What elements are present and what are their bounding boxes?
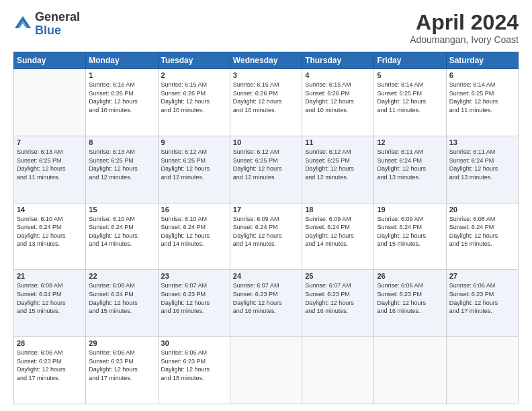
calendar-cell: 1Sunrise: 6:16 AM Sunset: 6:26 PM Daylig… bbox=[86, 69, 158, 136]
logo-text: General Blue bbox=[35, 11, 80, 38]
calendar-cell: 22Sunrise: 6:08 AM Sunset: 6:24 PM Dayli… bbox=[86, 270, 158, 337]
calendar-cell: 6Sunrise: 6:14 AM Sunset: 6:25 PM Daylig… bbox=[446, 69, 518, 136]
day-info: Sunrise: 6:07 AM Sunset: 6:23 PM Dayligh… bbox=[161, 281, 227, 315]
page-subtitle: Adoumangan, Ivory Coast bbox=[410, 34, 519, 45]
calendar-cell: 11Sunrise: 6:12 AM Sunset: 6:25 PM Dayli… bbox=[302, 136, 374, 203]
calendar-cell: 28Sunrise: 6:06 AM Sunset: 6:23 PM Dayli… bbox=[14, 337, 86, 404]
calendar-cell: 18Sunrise: 6:09 AM Sunset: 6:24 PM Dayli… bbox=[302, 203, 374, 270]
header-day-saturday: Saturday bbox=[446, 52, 518, 69]
day-info: Sunrise: 6:12 AM Sunset: 6:25 PM Dayligh… bbox=[233, 148, 299, 181]
day-info: Sunrise: 6:06 AM Sunset: 6:23 PM Dayligh… bbox=[89, 349, 154, 382]
day-info: Sunrise: 6:15 AM Sunset: 6:26 PM Dayligh… bbox=[305, 81, 371, 114]
day-info: Sunrise: 6:16 AM Sunset: 6:26 PM Dayligh… bbox=[89, 81, 154, 114]
day-number: 17 bbox=[233, 205, 299, 214]
day-number: 25 bbox=[305, 272, 371, 280]
day-info: Sunrise: 6:06 AM Sunset: 6:23 PM Dayligh… bbox=[17, 349, 83, 382]
calendar-cell: 29Sunrise: 6:06 AM Sunset: 6:23 PM Dayli… bbox=[86, 337, 158, 404]
day-info: Sunrise: 6:11 AM Sunset: 6:24 PM Dayligh… bbox=[449, 148, 515, 181]
day-info: Sunrise: 6:14 AM Sunset: 6:25 PM Dayligh… bbox=[377, 81, 443, 114]
calendar-cell bbox=[14, 69, 86, 136]
day-info: Sunrise: 6:06 AM Sunset: 6:23 PM Dayligh… bbox=[377, 281, 443, 315]
calendar-cell: 12Sunrise: 6:11 AM Sunset: 6:24 PM Dayli… bbox=[374, 136, 446, 203]
day-info: Sunrise: 6:05 AM Sunset: 6:23 PM Dayligh… bbox=[161, 349, 227, 382]
logo-general: General bbox=[35, 10, 80, 24]
header-day-tuesday: Tuesday bbox=[158, 52, 230, 69]
day-info: Sunrise: 6:07 AM Sunset: 6:23 PM Dayligh… bbox=[233, 281, 299, 315]
header-day-thursday: Thursday bbox=[302, 52, 374, 69]
day-info: Sunrise: 6:11 AM Sunset: 6:24 PM Dayligh… bbox=[377, 148, 443, 181]
day-info: Sunrise: 6:12 AM Sunset: 6:25 PM Dayligh… bbox=[161, 148, 227, 181]
day-number: 27 bbox=[449, 272, 515, 280]
day-number: 18 bbox=[305, 205, 371, 214]
calendar-cell: 30Sunrise: 6:05 AM Sunset: 6:23 PM Dayli… bbox=[158, 337, 230, 404]
day-number: 5 bbox=[377, 71, 443, 79]
day-number: 28 bbox=[17, 339, 83, 347]
calendar-cell: 4Sunrise: 6:15 AM Sunset: 6:26 PM Daylig… bbox=[302, 69, 374, 136]
day-info: Sunrise: 6:15 AM Sunset: 6:26 PM Dayligh… bbox=[161, 81, 227, 114]
day-number: 26 bbox=[377, 272, 443, 280]
day-info: Sunrise: 6:10 AM Sunset: 6:24 PM Dayligh… bbox=[161, 215, 227, 248]
calendar-cell: 3Sunrise: 6:15 AM Sunset: 6:26 PM Daylig… bbox=[230, 69, 302, 136]
calendar-cell: 15Sunrise: 6:10 AM Sunset: 6:24 PM Dayli… bbox=[86, 203, 158, 270]
day-info: Sunrise: 6:09 AM Sunset: 6:24 PM Dayligh… bbox=[377, 215, 443, 248]
day-number: 19 bbox=[377, 205, 443, 214]
calendar-cell: 21Sunrise: 6:08 AM Sunset: 6:24 PM Dayli… bbox=[14, 270, 86, 337]
calendar-cell: 13Sunrise: 6:11 AM Sunset: 6:24 PM Dayli… bbox=[446, 136, 518, 203]
day-number: 29 bbox=[89, 339, 154, 347]
calendar-week-row: 1Sunrise: 6:16 AM Sunset: 6:26 PM Daylig… bbox=[14, 69, 519, 136]
day-number: 14 bbox=[17, 205, 83, 214]
day-number: 10 bbox=[233, 138, 299, 146]
calendar-cell: 5Sunrise: 6:14 AM Sunset: 6:25 PM Daylig… bbox=[374, 69, 446, 136]
day-info: Sunrise: 6:08 AM Sunset: 6:24 PM Dayligh… bbox=[449, 215, 515, 248]
day-number: 22 bbox=[89, 272, 154, 280]
calendar-cell bbox=[302, 337, 374, 404]
day-number: 4 bbox=[305, 71, 371, 79]
calendar-cell: 14Sunrise: 6:10 AM Sunset: 6:24 PM Dayli… bbox=[14, 203, 86, 270]
calendar-cell bbox=[230, 337, 302, 404]
day-number: 8 bbox=[89, 138, 154, 146]
logo-icon bbox=[13, 15, 32, 34]
day-info: Sunrise: 6:14 AM Sunset: 6:25 PM Dayligh… bbox=[449, 81, 515, 114]
header-day-friday: Friday bbox=[374, 52, 446, 69]
day-info: Sunrise: 6:10 AM Sunset: 6:24 PM Dayligh… bbox=[89, 215, 154, 248]
calendar-cell: 27Sunrise: 6:06 AM Sunset: 6:23 PM Dayli… bbox=[446, 270, 518, 337]
day-number: 12 bbox=[377, 138, 443, 146]
calendar-week-row: 14Sunrise: 6:10 AM Sunset: 6:24 PM Dayli… bbox=[14, 203, 519, 270]
header-day-sunday: Sunday bbox=[14, 52, 86, 69]
day-info: Sunrise: 6:10 AM Sunset: 6:24 PM Dayligh… bbox=[17, 215, 83, 248]
day-info: Sunrise: 6:09 AM Sunset: 6:24 PM Dayligh… bbox=[233, 215, 299, 248]
day-info: Sunrise: 6:15 AM Sunset: 6:26 PM Dayligh… bbox=[233, 81, 299, 114]
day-number: 9 bbox=[161, 138, 227, 146]
day-info: Sunrise: 6:07 AM Sunset: 6:23 PM Dayligh… bbox=[305, 281, 371, 315]
header: General Blue April 2024 Adoumangan, Ivor… bbox=[13, 11, 519, 45]
day-number: 2 bbox=[161, 71, 227, 79]
day-number: 23 bbox=[161, 272, 227, 280]
day-number: 3 bbox=[233, 71, 299, 79]
calendar-cell bbox=[446, 337, 518, 404]
day-info: Sunrise: 6:09 AM Sunset: 6:24 PM Dayligh… bbox=[305, 215, 371, 248]
logo-blue: Blue bbox=[35, 24, 61, 37]
day-info: Sunrise: 6:06 AM Sunset: 6:23 PM Dayligh… bbox=[449, 281, 515, 315]
page-title: April 2024 bbox=[410, 11, 519, 34]
header-day-monday: Monday bbox=[86, 52, 158, 69]
title-block: April 2024 Adoumangan, Ivory Coast bbox=[410, 11, 519, 45]
day-number: 7 bbox=[17, 138, 83, 146]
day-info: Sunrise: 6:08 AM Sunset: 6:24 PM Dayligh… bbox=[89, 281, 154, 315]
day-number: 6 bbox=[449, 71, 515, 79]
day-number: 1 bbox=[89, 71, 154, 79]
calendar-cell: 7Sunrise: 6:13 AM Sunset: 6:25 PM Daylig… bbox=[14, 136, 86, 203]
day-info: Sunrise: 6:08 AM Sunset: 6:24 PM Dayligh… bbox=[17, 281, 83, 315]
calendar-cell: 9Sunrise: 6:12 AM Sunset: 6:25 PM Daylig… bbox=[158, 136, 230, 203]
calendar-week-row: 28Sunrise: 6:06 AM Sunset: 6:23 PM Dayli… bbox=[14, 337, 519, 404]
calendar-header-row: SundayMondayTuesdayWednesdayThursdayFrid… bbox=[14, 52, 519, 69]
day-number: 24 bbox=[233, 272, 299, 280]
header-day-wednesday: Wednesday bbox=[230, 52, 302, 69]
day-number: 15 bbox=[89, 205, 154, 214]
page: General Blue April 2024 Adoumangan, Ivor… bbox=[0, 0, 532, 411]
calendar-cell: 2Sunrise: 6:15 AM Sunset: 6:26 PM Daylig… bbox=[158, 69, 230, 136]
calendar-cell: 17Sunrise: 6:09 AM Sunset: 6:24 PM Dayli… bbox=[230, 203, 302, 270]
day-info: Sunrise: 6:12 AM Sunset: 6:25 PM Dayligh… bbox=[305, 148, 371, 181]
calendar-cell: 26Sunrise: 6:06 AM Sunset: 6:23 PM Dayli… bbox=[374, 270, 446, 337]
calendar-cell: 24Sunrise: 6:07 AM Sunset: 6:23 PM Dayli… bbox=[230, 270, 302, 337]
calendar-cell bbox=[374, 337, 446, 404]
